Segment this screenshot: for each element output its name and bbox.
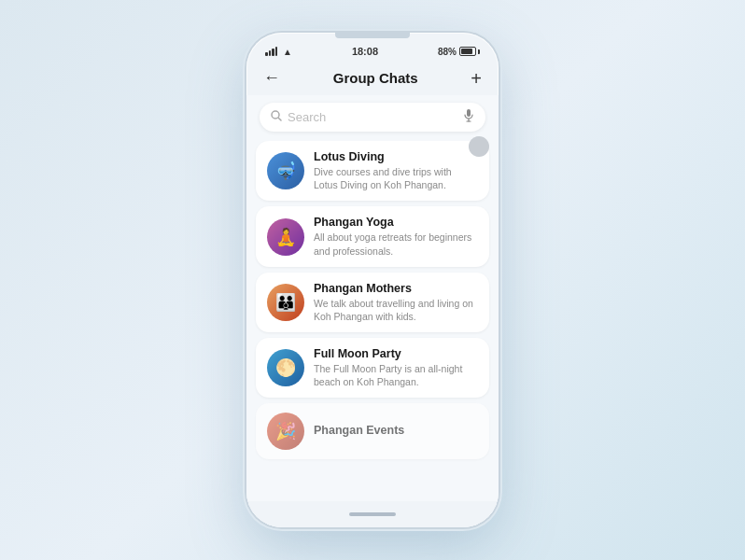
chat-name: Lotus Diving [314, 150, 478, 163]
chat-item[interactable]: 🎉 Phangan Events [256, 403, 489, 459]
svg-rect-2 [467, 109, 471, 117]
page-title: Group Chats [333, 70, 418, 86]
wifi-icon: ▲ [283, 47, 292, 57]
signal-bars [265, 47, 277, 56]
search-placeholder: Search [288, 110, 457, 124]
chat-info: Phangan Events [314, 424, 478, 439]
nav-bar: ← Group Chats + [246, 63, 499, 95]
chat-info: Lotus Diving Dive courses and dive trips… [314, 150, 478, 191]
chat-item[interactable]: 🌕 Full Moon Party The Full Moon Party is… [256, 338, 489, 398]
chat-item[interactable]: 🧘 Phangan Yoga All about yoga retreats f… [256, 206, 489, 266]
search-wrapper: Search [246, 95, 499, 141]
chat-info: Phangan Mothers We talk about travelling… [314, 282, 478, 323]
chat-item[interactable]: 👪 Phangan Mothers We talk about travelli… [256, 273, 489, 332]
home-indicator [246, 501, 499, 527]
status-left: ▲ [265, 47, 292, 57]
battery-icon [459, 47, 480, 56]
avatar: 👪 [267, 284, 304, 321]
phone-device: ▲ 18:08 88% ← Group Chats + [246, 33, 499, 527]
avatar: 🌕 [267, 349, 304, 386]
back-button[interactable]: ← [263, 68, 280, 88]
avatar: 🤿 [267, 152, 304, 189]
screen-content: Search 🤿 Lotus Diving Div [246, 95, 499, 527]
chat-description: Dive courses and dive trips with Lotus D… [314, 165, 478, 191]
status-right: 88% [438, 47, 480, 57]
status-time: 18:08 [352, 46, 378, 57]
avatar: 🧘 [267, 218, 304, 256]
phone-notch [335, 33, 410, 38]
battery-percent: 88% [438, 47, 457, 57]
scroll-indicator [469, 136, 489, 157]
chat-name: Full Moon Party [314, 347, 478, 360]
avatar: 🎉 [267, 413, 304, 450]
svg-point-0 [272, 111, 279, 119]
chat-description: We talk about travelling and living on K… [314, 297, 478, 323]
chat-item[interactable]: 🤿 Lotus Diving Dive courses and dive tri… [256, 141, 489, 201]
chat-name: Phangan Events [314, 424, 478, 437]
chat-list: 🤿 Lotus Diving Dive courses and dive tri… [246, 141, 499, 501]
add-group-button[interactable]: + [471, 69, 482, 88]
mic-icon[interactable] [463, 109, 474, 125]
chat-info: Full Moon Party The Full Moon Party is a… [314, 347, 478, 388]
search-icon [271, 110, 282, 124]
chat-info: Phangan Yoga All about yoga retreats for… [314, 216, 478, 257]
home-bar [349, 512, 396, 516]
search-bar[interactable]: Search [260, 103, 485, 132]
chat-description: All about yoga retreats for beginners an… [314, 231, 478, 257]
chat-description: The Full Moon Party is an all-night beac… [314, 362, 478, 388]
svg-line-1 [279, 119, 282, 121]
chat-name: Phangan Yoga [314, 216, 478, 229]
chat-name: Phangan Mothers [314, 282, 478, 295]
